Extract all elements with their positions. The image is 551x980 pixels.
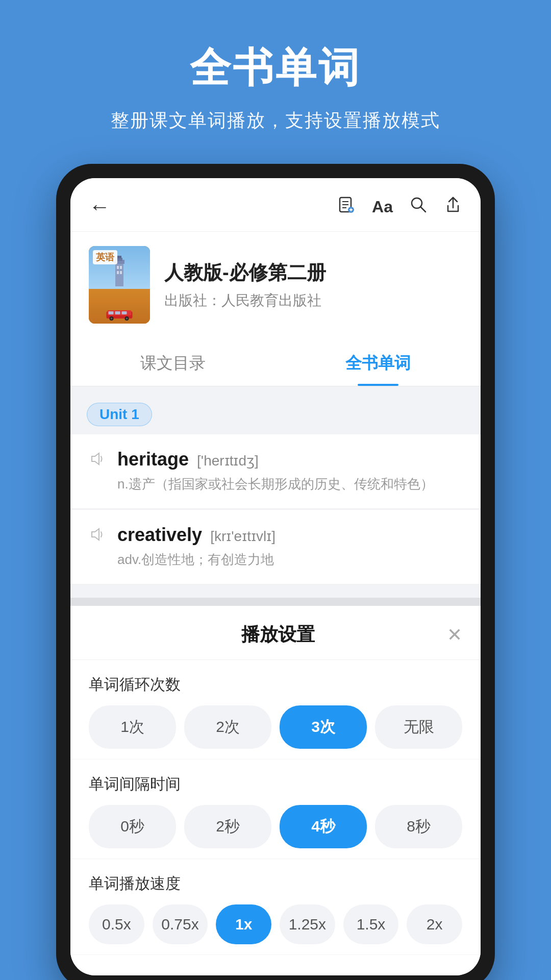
svg-point-7 bbox=[412, 198, 422, 208]
word-content-2: creatively [krɪ'eɪtɪvlɪ] adv.创造性地；有创造力地 bbox=[117, 524, 462, 570]
speed-option-2[interactable]: 1x bbox=[216, 904, 271, 944]
svg-rect-20 bbox=[115, 311, 120, 314]
word-main-2: creatively [krɪ'eɪtɪvlɪ] bbox=[117, 524, 462, 546]
sheet-header: 播放设置 ✕ bbox=[70, 606, 481, 660]
unit-badge: Unit 1 bbox=[87, 403, 152, 426]
book-cover: 英语 bbox=[89, 246, 150, 324]
share-icon[interactable] bbox=[444, 195, 462, 218]
word-list-area: Unit 1 heritage ['herɪtɪdʒ] n.遗产（指国家或社会长… bbox=[70, 386, 481, 598]
interval-options: 0秒 2秒 4秒 8秒 bbox=[89, 805, 462, 848]
sheet-title: 播放设置 bbox=[109, 622, 447, 647]
interval-section: 单词间隔时间 0秒 2秒 4秒 8秒 bbox=[70, 760, 481, 859]
book-publisher: 出版社：人民教育出版社 bbox=[164, 291, 326, 310]
repeat-option-1[interactable]: 2次 bbox=[184, 705, 271, 749]
word-item: heritage ['herɪtɪdʒ] n.遗产（指国家或社会长期形成的历史、… bbox=[70, 434, 481, 509]
word-def-2: adv.创造性地；有创造力地 bbox=[117, 550, 462, 570]
settings-sheet: 播放设置 ✕ 单词循环次数 1次 2次 3次 无限 单词间隔时间 0秒 2秒 bbox=[70, 606, 481, 955]
top-section: 全书单词 整册课文单词播放，支持设置播放模式 bbox=[0, 0, 551, 164]
book-info: 英语 人教版-必修第二册 出版社：人民教育出版社 bbox=[70, 232, 481, 338]
svg-line-8 bbox=[421, 207, 425, 212]
repeat-option-2[interactable]: 3次 bbox=[280, 705, 367, 749]
svg-point-25 bbox=[126, 317, 128, 320]
book-details: 人教版-必修第二册 出版社：人民教育出版社 bbox=[164, 260, 326, 310]
speed-options: 0.5x 0.75x 1x 1.25x 1.5x 2x bbox=[89, 904, 462, 944]
speed-option-4[interactable]: 1.5x bbox=[343, 904, 399, 944]
svg-rect-13 bbox=[117, 266, 119, 269]
word-def-1: n.遗产（指国家或社会长期形成的历史、传统和特色） bbox=[117, 474, 462, 494]
speaker-icon-1[interactable] bbox=[89, 451, 105, 471]
interval-option-1[interactable]: 2秒 bbox=[184, 805, 271, 848]
svg-point-23 bbox=[111, 317, 113, 320]
tab-words[interactable]: 全书单词 bbox=[276, 338, 481, 386]
close-sheet-button[interactable]: ✕ bbox=[447, 624, 462, 646]
unit-badge-row: Unit 1 bbox=[70, 399, 481, 434]
interval-option-0[interactable]: 0秒 bbox=[89, 805, 176, 848]
svg-rect-9 bbox=[115, 261, 123, 286]
bookmark-icon[interactable] bbox=[337, 195, 356, 218]
word-item: creatively [krɪ'eɪtɪvlɪ] adv.创造性地；有创造力地 bbox=[70, 510, 481, 584]
speed-label: 单词播放速度 bbox=[89, 873, 462, 894]
speed-option-1[interactable]: 0.75x bbox=[153, 904, 208, 944]
interval-option-3[interactable]: 8秒 bbox=[375, 805, 462, 848]
svg-rect-16 bbox=[120, 271, 122, 274]
repeat-label: 单词循环次数 bbox=[89, 674, 462, 695]
word-english-1: heritage bbox=[117, 449, 189, 470]
font-size-icon[interactable]: Aa bbox=[372, 198, 393, 216]
phone-screen: ← Aa bbox=[70, 178, 481, 975]
book-title: 人教版-必修第二册 bbox=[164, 260, 326, 286]
search-icon[interactable] bbox=[409, 195, 428, 218]
speaker-icon-2[interactable] bbox=[89, 526, 105, 547]
speed-option-3[interactable]: 1.25x bbox=[280, 904, 335, 944]
repeat-options: 1次 2次 3次 无限 bbox=[89, 705, 462, 749]
svg-rect-12 bbox=[117, 256, 121, 258]
tab-catalog[interactable]: 课文目录 bbox=[70, 338, 276, 386]
svg-rect-14 bbox=[120, 266, 122, 269]
repeat-section: 单词循环次数 1次 2次 3次 无限 bbox=[70, 660, 481, 760]
svg-rect-21 bbox=[122, 311, 127, 314]
speed-section: 单词播放速度 0.5x 0.75x 1x 1.25x 1.5x 2x bbox=[70, 859, 481, 955]
word-main-1: heritage ['herɪtɪdʒ] bbox=[117, 449, 462, 470]
interval-option-2[interactable]: 4秒 bbox=[280, 805, 367, 848]
word-phonetic-1: ['herɪtɪdʒ] bbox=[197, 452, 259, 469]
main-title: 全书单词 bbox=[190, 41, 361, 96]
app-header: ← Aa bbox=[70, 178, 481, 232]
book-label-text: 英语 bbox=[93, 250, 117, 264]
repeat-option-3[interactable]: 无限 bbox=[375, 705, 462, 749]
overlay-separator bbox=[70, 598, 481, 606]
interval-label: 单词间隔时间 bbox=[89, 774, 462, 795]
phone-device: ← Aa bbox=[56, 164, 495, 980]
sub-title: 整册课文单词播放，支持设置播放模式 bbox=[111, 108, 440, 133]
word-english-2: creatively bbox=[117, 524, 202, 546]
word-content-1: heritage ['herɪtɪdʒ] n.遗产（指国家或社会长期形成的历史、… bbox=[117, 449, 462, 494]
header-icons: Aa bbox=[337, 195, 462, 218]
tabs-row: 课文目录 全书单词 bbox=[70, 338, 481, 386]
repeat-option-0[interactable]: 1次 bbox=[89, 705, 176, 749]
back-button[interactable]: ← bbox=[89, 194, 110, 219]
speed-option-5[interactable]: 2x bbox=[407, 904, 462, 944]
word-phonetic-2: [krɪ'eɪtɪvlɪ] bbox=[210, 528, 276, 545]
svg-rect-19 bbox=[109, 311, 114, 314]
speed-option-0[interactable]: 0.5x bbox=[89, 904, 144, 944]
svg-rect-15 bbox=[117, 271, 119, 274]
bottom-padding bbox=[70, 955, 481, 975]
